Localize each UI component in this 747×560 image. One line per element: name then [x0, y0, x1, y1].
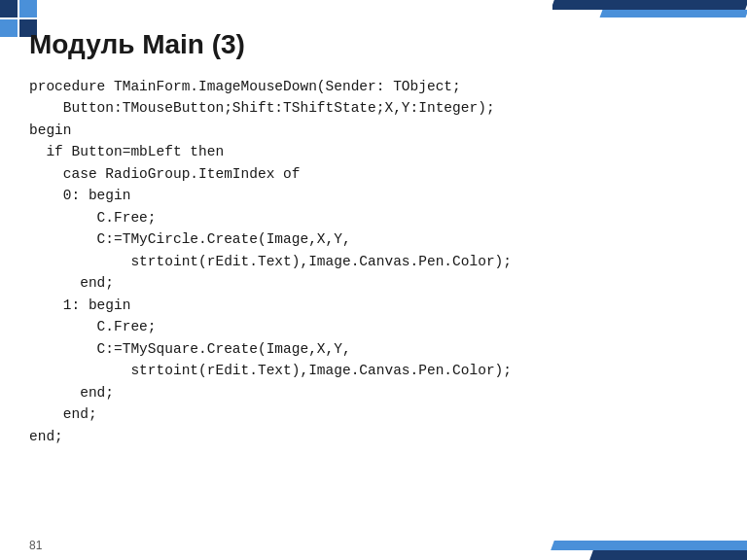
main-content: Модуль Main (3) procedure TMainForm.Imag… — [29, 29, 718, 521]
code-block: procedure TMainForm.ImageMouseDown(Sende… — [29, 76, 718, 447]
slide-title: Модуль Main (3) — [29, 29, 718, 60]
bottomright-decoration — [533, 536, 747, 560]
topright-decoration — [552, 0, 747, 19]
slide-number: 81 — [29, 539, 42, 552]
